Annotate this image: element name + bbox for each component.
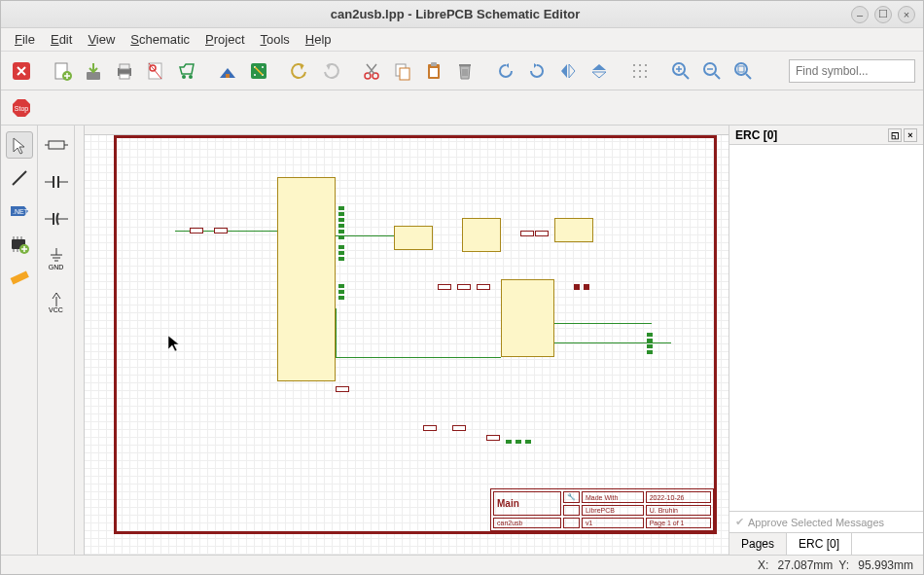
maximize-button[interactable]: ☐ [874,6,892,23]
cut-button[interactable] [357,56,386,86]
passive[interactable] [535,231,549,236]
menubar: File Edit View Schematic Project Tools H… [1,28,923,52]
undo-button[interactable] [285,56,314,86]
zoom-in-button[interactable] [666,56,695,86]
menu-project[interactable]: Project [197,30,252,49]
panel-tabs: Pages ERC [0] [729,532,923,555]
grid-button[interactable] [625,56,655,86]
panel-close-button[interactable]: × [904,128,917,142]
add-component-tool[interactable] [6,231,33,258]
svg-point-14 [262,66,264,68]
rotate-ccw-button[interactable] [491,56,520,86]
svg-point-15 [254,74,256,76]
wire[interactable] [554,342,671,343]
board-editor-button[interactable] [244,56,273,86]
ruler-vertical [75,126,85,555]
passive[interactable] [486,435,500,441]
ic-small-1[interactable] [394,226,433,250]
panel-float-button[interactable]: ◱ [888,128,902,142]
menu-schematic[interactable]: Schematic [123,30,197,49]
app-window: can2usb.lpp - LibrePCB Schematic Editor … [0,0,924,575]
wire[interactable] [336,308,337,357]
new-button[interactable] [48,56,77,86]
svg-point-17 [365,73,371,79]
gnd-label: GND [49,264,64,270]
status-y-value: 95.993mm [855,558,913,572]
resistor-symbol-tool[interactable] [43,131,70,159]
find-symbol-field[interactable] [789,59,915,83]
passive[interactable] [214,228,228,234]
titleblock-date: 2022-10-26 [646,491,711,503]
wire[interactable] [336,235,394,236]
passive[interactable] [336,386,349,392]
netlabel-tool[interactable]: .NET [6,198,33,225]
status-y-label: Y: [838,558,849,572]
wire[interactable] [336,357,501,358]
vcc-symbol-tool[interactable]: VCC [43,285,70,318]
menu-help[interactable]: Help [298,30,339,49]
menu-view[interactable]: View [80,30,123,49]
rotate-cw-button[interactable] [522,56,551,86]
print-button[interactable] [110,56,139,86]
passive[interactable] [452,425,466,431]
svg-point-29 [639,70,641,72]
passive[interactable] [190,228,203,234]
svg-point-32 [639,76,641,78]
copy-button[interactable] [388,56,417,86]
passive[interactable] [584,284,589,290]
svg-rect-11 [226,74,230,78]
passive[interactable] [574,284,580,290]
passive[interactable] [477,284,490,290]
menu-edit[interactable]: Edit [43,30,80,49]
mirror-h-button[interactable] [553,56,583,86]
svg-point-33 [645,76,647,78]
svg-rect-47 [13,249,15,252]
redo-button[interactable] [316,56,345,86]
find-symbol-input[interactable] [789,59,915,83]
approve-label: Approve Selected Messages [748,517,884,528]
mirror-v-button[interactable] [585,56,614,86]
ic-small-3[interactable] [554,218,593,242]
menu-tools[interactable]: Tools [253,30,298,49]
ic-large-1[interactable] [501,279,554,357]
svg-point-36 [735,63,747,75]
statusbar: X: 27.087mm Y: 95.993mm [1,555,923,574]
menu-file[interactable]: File [7,30,43,49]
tab-pages[interactable]: Pages [729,533,787,555]
wire[interactable] [554,323,652,324]
passive[interactable] [438,284,451,290]
abort-button[interactable]: Stop [7,93,36,123]
passive[interactable] [520,231,534,236]
tab-erc[interactable]: ERC [0] [787,533,852,555]
svg-point-25 [633,64,635,66]
svg-rect-45 [17,236,18,239]
pdf-export-button[interactable] [141,56,170,86]
schematic-canvas[interactable]: Main 🔧 Made With 2022-10-26 LibrePCB U. … [75,126,729,555]
capacitor-symbol-tool[interactable] [43,168,70,196]
titleblock-rev: v1 [582,518,644,528]
zoom-out-button[interactable] [697,56,727,86]
polarized-cap-tool[interactable] [43,205,70,233]
ic-small-2[interactable] [462,218,501,252]
passive[interactable] [423,425,437,431]
order-pcb-button[interactable] [172,56,201,86]
erc-message-list[interactable] [729,145,923,511]
zoom-fit-button[interactable] [729,56,758,86]
select-tool[interactable] [6,131,33,159]
close-project-button[interactable] [7,56,36,86]
measure-tool[interactable] [6,264,33,291]
svg-rect-5 [120,64,129,69]
minimize-button[interactable]: – [851,6,869,23]
gnd-symbol-tool[interactable]: GND [43,242,70,275]
save-button[interactable] [79,56,108,86]
svg-point-9 [182,75,186,79]
ic-mcu[interactable] [277,177,336,381]
vcc-label: VCC [49,306,63,313]
line-tool[interactable] [6,164,33,192]
close-window-button[interactable]: × [898,6,915,23]
main-area: .NET GND VCC [1,126,923,555]
delete-button[interactable] [450,56,480,86]
passive[interactable] [457,284,471,290]
control-panel-button[interactable] [213,56,242,86]
paste-button[interactable] [419,56,448,86]
